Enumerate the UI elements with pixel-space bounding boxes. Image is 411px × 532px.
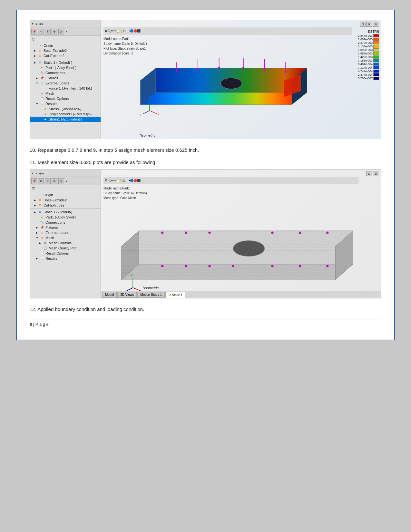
tree2-static[interactable]: ▶ ⚙ Static 1 (-Default-) [30,209,101,215]
minimize-btn[interactable]: ⊡ [360,22,366,27]
tree2-fixtures[interactable]: ▶ 📌 Fixtures [30,225,101,230]
tree2-mesh-controls[interactable]: ▶ ▦ Mesh Controls [30,240,101,246]
svg-point-41 [208,232,210,234]
filter-row-2: ▽ [30,185,101,192]
page-wrapper: ▼ ▲ ◀ ▶ 📌 ≡ ⎘ ⊕ ◎ › ▽ └ Origin ▶ [16,10,395,340]
svg-point-35 [232,265,234,267]
icon-pin-2[interactable]: 📌 [31,178,37,184]
restore-btn[interactable]: ⊞ [366,22,372,27]
icon-arrow[interactable]: ◎ [58,29,64,34]
tree-item-fixtures[interactable]: ▶ 📌 Fixtures [30,75,101,81]
toolbar-1: ▼ ▲ ◀ ▶ [30,20,101,27]
tree-item-result-options[interactable]: 📋 Result Options [30,96,101,101]
bottom-tabs: Model 3D Views Motion Study 1 ⚙ Static 1 [101,291,381,298]
expand-btn[interactable]: › [66,29,67,34]
toolbar-icons-2: 📌 ≡ ⎘ ⊕ ◎ › [30,177,101,185]
tree-item-static[interactable]: ▶ ⚙ Static 1 (-Default-) [30,60,101,65]
tree2-mesh[interactable]: ▼ ◈ Mesh [30,235,101,240]
legend-item-9: 9.484e-004 [355,63,379,66]
tree-item-strain1[interactable]: ◈ Strain1 (-Equivalent-) [30,117,101,122]
tree2-origin[interactable]: └ Origin [30,192,101,198]
tree2-mesh-quality[interactable]: 📋 Mesh Quality Plot [30,246,101,251]
legend-item-13: 3.706e-007 [355,77,379,80]
legend-color-9 [373,63,379,66]
svg-text:Y: Y [148,100,150,103]
legend-item-1: 2.844e-003 [355,34,379,37]
tree-item-cut[interactable]: ▶ ⚙ Cut-Extrude2 [30,53,101,58]
tree2-part1[interactable]: ● Part1 (-Alloy Steel-) [30,215,101,220]
page-footer: 8 | P a g e [30,320,381,327]
tree-area-1: └ Origin ▶ ⚙ Boss-Extrude2 ▶ ⚙ Cut-Extru… [30,42,101,139]
legend-item-7: 1.422e-003 [355,55,379,59]
icon-plus-2[interactable]: ⊕ [52,178,57,184]
svg-point-33 [185,265,187,267]
icon-copy-2[interactable]: ⎘ [45,178,51,184]
legend-color-13 [373,77,379,80]
tab-motion[interactable]: Motion Study 1 [137,292,165,298]
top-toolbar-1: ⊡ ⊞ ⊟ [360,22,378,27]
toolbar-icons-1: 📌 ≡ ⎘ ⊕ ◎ › [30,27,101,36]
tree-item-stress1[interactable]: ◈ Stress1 (-vonMises-) [30,106,101,111]
sidebar-1: ▼ ▲ ◀ ▶ 📌 ≡ ⎘ ⊕ ◎ › ▽ └ Origin ▶ [30,20,101,139]
tree-item-force[interactable]: ↓ Force-1 (:Per item: 140 lbf:) [30,86,101,91]
icon-plus[interactable]: ⊕ [52,29,57,34]
simulation-panel-2: ▼ ▲ ◀ ▶ 📌 ≡ ⎘ ⊕ ◎ › ▽ └ Origin ▶ [30,169,381,298]
svg-text:Z: Z [140,113,142,117]
viewport-toolbar-2: ⚙🔍✏✂📋📐◻⬜▪🔵🔴⬛ [103,177,358,184]
legend-color-1 [373,34,379,37]
3d-model-2: Y Z X [107,188,375,282]
tree2-result-options[interactable]: 📋 Result Options [30,251,101,256]
max-btn-2[interactable]: ⊞ [373,171,378,176]
legend-color-5 [373,48,379,52]
tab-static1[interactable]: ⚙ Static 1 [165,292,185,298]
tree2-results[interactable]: ▶ 📊 Results [30,256,101,261]
legend-color-2 [373,38,379,41]
simulation-panel-1: ▼ ▲ ◀ ▶ 📌 ≡ ⎘ ⊕ ◎ › ▽ └ Origin ▶ [30,20,381,139]
tree-item-mesh[interactable]: ◈ Mesh [30,91,101,96]
tree-area-2: └ Origin ▶ ⚙ Boss-Extrude2 ▶ ⚙ Cut-Extru… [30,192,101,298]
svg-point-38 [326,265,328,267]
svg-point-42 [271,232,273,234]
tab-3dviews[interactable]: 3D Views [117,292,137,298]
expand-viewport-btn[interactable]: ⊟ [373,22,378,27]
svg-text:Y: Y [131,274,133,277]
top-toolbar-2: ⊡ ⊞ [366,171,378,176]
tree-item-connections[interactable]: 🔧 Connections [30,70,101,75]
legend-color-4 [373,45,379,48]
tree-item-displacement1[interactable]: ◈ Displacement1 (-Res disp-) [30,111,101,117]
isometric-label-2: *Isometric [143,286,159,290]
svg-line-22 [150,111,157,113]
tab-model[interactable]: Model [102,292,117,298]
legend-item-6: 1.659e-003 [355,52,379,55]
legend-color-8 [373,59,379,62]
icon-pin[interactable]: 📌 [31,29,37,34]
legend-color-3 [373,41,379,44]
legend-panel-1: ESTRN 2.844e-003 2.607e-003 2.370e-003 2… [355,30,379,80]
svg-point-32 [161,265,163,267]
svg-point-39 [161,232,163,234]
legend-color-11 [373,70,379,73]
tree-item-boss[interactable]: ▶ ⚙ Boss-Extrude2 [30,48,101,53]
legend-item-11: 4.744e-004 [355,70,379,73]
icon-arrow-2[interactable]: ◎ [58,178,64,184]
step11-text: 11. Mesh element size 0.625 plots are pr… [30,159,381,166]
icon-grid-2[interactable]: ≡ [38,178,44,184]
svg-point-36 [271,265,273,267]
icon-copy[interactable]: ⎘ [45,29,51,34]
min-btn-2[interactable]: ⊡ [366,171,372,176]
tree-item-part1[interactable]: ● Part1 (-Alloy Steel-) [30,65,101,70]
isometric-label-1: *Isometric [140,133,155,137]
legend-item-12: 2.374e-004 [355,73,379,76]
tree-item-external-loads[interactable]: ▼ ↓↑ External Loads [30,81,101,86]
tree-item-origin[interactable]: └ Origin [30,43,101,48]
tree2-external-loads[interactable]: ▶ ↓↑ External Loads [30,230,101,235]
toolbar-2: ▼ ▲ ◀ ▶ [30,170,101,177]
tree2-cut[interactable]: ▶ ⚙ Cut-Extrude2 [30,203,101,208]
svg-text:X: X [158,112,160,116]
tree2-connections[interactable]: 🔧 Connections [30,220,101,225]
tree2-boss[interactable]: ▶ ⚙ Boss-Extrude2 [30,198,101,203]
tree-item-results[interactable]: ▼ 📊 Results [30,101,101,106]
icon-grid[interactable]: ≡ [38,29,44,34]
step12-text: 12. Applied boundary condition and loadi… [30,305,381,313]
expand-btn-2[interactable]: › [66,179,67,183]
